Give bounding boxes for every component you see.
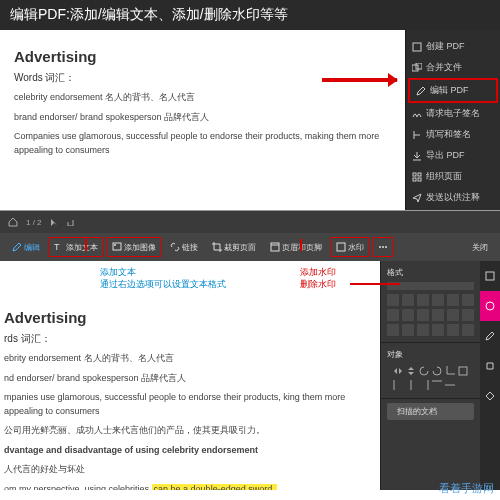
text-tool-button[interactable] [432, 324, 444, 336]
annot-line: 通过右边选项可以设置文本格式 [100, 279, 226, 291]
tool-add-text[interactable]: T 添加文本 [48, 237, 104, 257]
sidebar-label: 合并文件 [426, 61, 462, 74]
sidebar-label: 编辑 PDF [430, 84, 469, 97]
svg-point-15 [385, 246, 387, 248]
text-tool-button[interactable] [387, 309, 399, 321]
app-titlebar: 1 / 2 [0, 211, 500, 233]
text-tool-button[interactable] [462, 294, 474, 306]
align-r-icon[interactable] [419, 380, 429, 390]
screenshot-top: Advertising Words 词汇： celebrity endorsem… [0, 30, 500, 210]
sidebar-item-esign[interactable]: 请求电子签名 [406, 103, 500, 124]
sidebar-label: 发送以供注释 [426, 191, 480, 204]
svg-rect-2 [416, 63, 422, 69]
sidebar-item-organize[interactable]: 组织页面 [406, 166, 500, 187]
scanned-doc-button[interactable]: 扫描的文档 [387, 403, 474, 420]
rotate-l-icon[interactable] [419, 366, 429, 376]
combine-icon [412, 63, 422, 73]
rotate-r-icon[interactable] [432, 366, 442, 376]
svg-text:T: T [54, 242, 60, 252]
text-tool-button[interactable] [447, 324, 459, 336]
text-tool-button[interactable] [417, 294, 429, 306]
text-tool-button[interactable] [432, 309, 444, 321]
text-tool-button[interactable] [447, 309, 459, 321]
sidebar-label: 导出 PDF [426, 149, 465, 162]
text-tool-button[interactable] [402, 294, 414, 306]
svg-rect-0 [413, 43, 421, 51]
tool-link[interactable]: 链接 [164, 237, 204, 257]
tool-watermark[interactable]: 水印 [330, 237, 370, 257]
hand-icon[interactable] [66, 218, 74, 226]
callout-line [350, 283, 400, 285]
doc-line: ebrity endorsement 名人的背书、名人代言 [4, 352, 370, 366]
annot-line: 添加文本 [100, 267, 226, 279]
align-m-icon[interactable] [445, 380, 455, 390]
svg-rect-12 [337, 243, 345, 251]
doc-line: Companies use glamorous, successful peop… [14, 130, 391, 157]
edit-icon [12, 242, 22, 252]
sidetab-1[interactable] [480, 261, 500, 291]
format-label: 格式 [387, 267, 474, 278]
text-tool-button[interactable] [417, 309, 429, 321]
cursor-icon[interactable] [50, 218, 58, 226]
sidetab-4[interactable] [480, 351, 500, 381]
screenshot-bottom: 1 / 2 编辑 T 添加文本 添加图像 链接 裁剪页面 页眉和页脚 [0, 210, 500, 490]
document-view-bottom: 添加文本 通过右边选项可以设置文本格式 添加水印 删除水印 Advertisin… [0, 261, 380, 490]
svg-rect-4 [418, 173, 421, 176]
tool-add-image[interactable]: 添加图像 [106, 237, 162, 257]
sidetab-2[interactable] [480, 291, 500, 321]
font-select[interactable] [387, 282, 474, 290]
export-icon [412, 151, 422, 161]
text-tool-button[interactable] [402, 324, 414, 336]
doc-heading: Advertising [4, 309, 370, 326]
align-t-icon[interactable] [432, 380, 442, 390]
tool-header[interactable]: 页眉和页脚 [264, 237, 328, 257]
site-watermark: 看着手游网 [439, 481, 494, 496]
svg-point-14 [382, 246, 384, 248]
sidebar-label: 请求电子签名 [426, 107, 480, 120]
tool-label: 添加图像 [124, 242, 156, 253]
sidebar-item-fill[interactable]: 填写和签名 [406, 124, 500, 145]
sidebar-item-send[interactable]: 发送以供注释 [406, 187, 500, 208]
object-label: 对象 [387, 349, 474, 360]
esign-icon [412, 109, 422, 119]
flip-v-icon[interactable] [406, 366, 416, 376]
fill-icon [412, 130, 422, 140]
tool-crop[interactable]: 裁剪页面 [206, 237, 262, 257]
text-tool-button[interactable] [387, 324, 399, 336]
tool-edit[interactable]: 编辑 [6, 237, 46, 257]
sidetab-3[interactable] [480, 321, 500, 351]
flip-h-icon[interactable] [393, 366, 403, 376]
highlighted-text: can be a double-edged sword, [152, 484, 277, 491]
text-tool-button[interactable] [462, 309, 474, 321]
image-icon [112, 242, 122, 252]
more-icon [378, 242, 388, 252]
align-l-icon[interactable] [393, 380, 403, 390]
home-icon[interactable] [8, 217, 18, 227]
text-tool-button[interactable] [417, 324, 429, 336]
svg-rect-1 [412, 65, 418, 71]
crop-obj-icon[interactable] [445, 366, 455, 376]
sidebar-item-combine[interactable]: 合并文件 [406, 57, 500, 78]
text-tool-button[interactable] [387, 294, 399, 306]
text-tool-button[interactable] [402, 309, 414, 321]
align-c-icon[interactable] [406, 380, 416, 390]
sidebar-item-edit[interactable]: 编辑 PDF [408, 78, 498, 103]
send-icon [412, 193, 422, 203]
svg-rect-10 [271, 243, 279, 251]
sidebar-item-export[interactable]: 导出 PDF [406, 145, 500, 166]
text-tool-button[interactable] [447, 294, 459, 306]
svg-point-9 [114, 244, 116, 246]
callout-arrow [322, 78, 397, 82]
tool-more[interactable] [372, 237, 394, 257]
tool-close[interactable]: 关闭 [466, 237, 494, 257]
create-icon [412, 42, 422, 52]
page-nav[interactable]: 1 / 2 [26, 218, 42, 227]
sidebar-label: 填写和签名 [426, 128, 471, 141]
replace-icon[interactable] [458, 366, 468, 376]
document-view-top: Advertising Words 词汇： celebrity endorsem… [0, 30, 405, 210]
text-tool-button[interactable] [462, 324, 474, 336]
text-tool-button[interactable] [432, 294, 444, 306]
sidetab-5[interactable] [480, 381, 500, 411]
sidebar-item-create[interactable]: 创建 PDF [406, 36, 500, 57]
svg-point-13 [379, 246, 381, 248]
